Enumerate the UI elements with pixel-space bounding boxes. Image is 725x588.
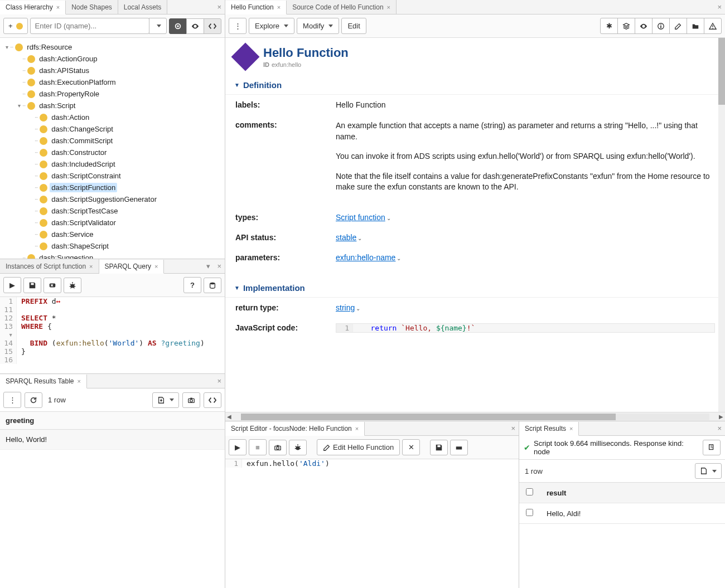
link-api-status[interactable]: stable bbox=[336, 233, 356, 242]
more-button[interactable] bbox=[450, 440, 468, 455]
clear-button[interactable] bbox=[44, 278, 61, 293]
script-editor[interactable]: 1exfun.hello('Aldi') bbox=[225, 459, 519, 588]
info-button[interactable] bbox=[652, 18, 670, 34]
layers-button[interactable] bbox=[617, 18, 635, 34]
tab-sparql-query[interactable]: SPARQL Query× bbox=[99, 260, 165, 274]
tree-node[interactable]: ···dash:ScriptSuggestionGenerator bbox=[2, 193, 223, 205]
horizontal-scrollbar[interactable]: ◀ ▶ bbox=[225, 412, 725, 421]
tree-node[interactable]: ···dash:ExecutionPlatform bbox=[2, 76, 223, 88]
class-tree[interactable]: ▾···rdfs:Resource···dash:ActionGroup···d… bbox=[0, 38, 225, 259]
tree-node[interactable]: ···dash:Service bbox=[2, 229, 223, 240]
tree-node[interactable]: ···dash:ShapeScript bbox=[2, 240, 223, 252]
view-button[interactable] bbox=[186, 18, 204, 34]
view-button[interactable] bbox=[635, 18, 652, 34]
snapshot-button[interactable] bbox=[269, 440, 287, 455]
result-cell[interactable]: Hello, Aldi! bbox=[540, 503, 725, 524]
tree-node[interactable]: ···dash:Action bbox=[2, 111, 223, 123]
close-panel-icon[interactable]: × bbox=[717, 424, 722, 433]
close-icon[interactable]: × bbox=[56, 4, 60, 11]
warning-button[interactable] bbox=[704, 18, 722, 34]
close-panel-icon[interactable]: × bbox=[717, 3, 722, 11]
tree-node[interactable]: ···dash:Suggestion bbox=[2, 252, 223, 259]
tab-sparql-results[interactable]: SPARQL Results Table× bbox=[0, 375, 87, 388]
tab-script-results[interactable]: Script Results× bbox=[519, 422, 579, 436]
section-implementation[interactable]: ▼Implementation bbox=[225, 279, 725, 298]
edit-button[interactable]: Edit bbox=[341, 18, 366, 34]
close-icon[interactable]: × bbox=[569, 425, 573, 432]
link-types[interactable]: Script function bbox=[336, 213, 385, 222]
run-button[interactable]: ▶ bbox=[229, 439, 246, 455]
result-cell[interactable]: Hello, World! bbox=[0, 430, 225, 450]
tree-node[interactable]: ···dash:ChangeScript bbox=[2, 123, 223, 135]
code-button[interactable] bbox=[204, 392, 221, 408]
stop-button[interactable]: ■ bbox=[249, 439, 267, 455]
close-button[interactable]: ✕ bbox=[402, 439, 420, 455]
locate-button[interactable] bbox=[169, 18, 187, 34]
tab-node-shapes[interactable]: Node Shapes bbox=[66, 0, 118, 14]
close-icon[interactable]: × bbox=[355, 425, 359, 432]
save-button[interactable] bbox=[23, 278, 41, 293]
export-button[interactable] bbox=[695, 463, 722, 479]
column-header[interactable]: result bbox=[540, 483, 725, 503]
tree-node[interactable]: ···dash:ActionGroup bbox=[2, 53, 223, 65]
close-panel-icon[interactable]: × bbox=[217, 3, 221, 11]
tree-node[interactable]: ···dash:ScriptTestCase bbox=[2, 205, 223, 217]
export-button[interactable] bbox=[152, 392, 179, 408]
tree-node[interactable]: ▾···dash:Script bbox=[2, 100, 223, 111]
close-icon[interactable]: × bbox=[277, 4, 281, 11]
row-checkbox[interactable] bbox=[526, 509, 533, 516]
help-button[interactable]: ? bbox=[183, 277, 201, 293]
tree-node[interactable]: ▾···rdfs:Resource bbox=[2, 41, 223, 53]
select-all-checkbox[interactable] bbox=[526, 488, 533, 495]
tree-node[interactable]: ···dash:IncludedScript bbox=[2, 158, 223, 170]
folder-button[interactable] bbox=[687, 18, 704, 34]
tree-node[interactable]: ···dash:Constructor bbox=[2, 147, 223, 158]
refresh-button[interactable] bbox=[25, 392, 42, 408]
close-icon[interactable]: × bbox=[89, 263, 93, 270]
scrollbar[interactable] bbox=[718, 38, 725, 412]
tree-node[interactable]: ···dash:CommitScript bbox=[2, 135, 223, 147]
tree-node[interactable]: ···dash:ScriptFunction bbox=[2, 182, 223, 193]
add-button[interactable]: + bbox=[3, 18, 28, 34]
run-button[interactable]: ▶ bbox=[3, 277, 21, 293]
save-button[interactable] bbox=[430, 440, 448, 455]
tree-node[interactable]: ···dash:PropertyRole bbox=[2, 88, 223, 100]
edit-icon-button[interactable] bbox=[669, 18, 687, 34]
menu-button[interactable]: ⋮ bbox=[3, 392, 21, 408]
debug-button[interactable] bbox=[64, 278, 81, 293]
close-panel-icon[interactable]: × bbox=[217, 377, 221, 385]
tab-instances[interactable]: Instances of Script function× bbox=[0, 259, 99, 273]
star-button[interactable]: ✱ bbox=[600, 18, 618, 34]
explore-button[interactable]: Explore bbox=[249, 18, 294, 34]
code-view-button[interactable] bbox=[204, 18, 221, 34]
link-parameters[interactable]: exfun:hello-name bbox=[336, 253, 395, 262]
search-dropdown[interactable] bbox=[149, 18, 167, 34]
debug-button[interactable] bbox=[289, 440, 307, 455]
tab-script-editor[interactable]: Script Editor - focusNode: Hello Functio… bbox=[225, 422, 365, 436]
menu-button[interactable]: ⋮ bbox=[229, 18, 246, 34]
tree-node[interactable]: ···dash:ScriptValidator bbox=[2, 217, 223, 229]
menu-icon[interactable]: ▾ bbox=[206, 262, 210, 270]
value-comments: An example function that accepts a name … bbox=[336, 120, 715, 202]
tree-node[interactable]: ···dash:ScriptConstraint bbox=[2, 170, 223, 182]
search-input[interactable] bbox=[30, 18, 149, 34]
tab-local-assets[interactable]: Local Assets bbox=[118, 0, 167, 14]
tab-hello-function[interactable]: Hello Function× bbox=[225, 1, 287, 14]
close-icon[interactable]: × bbox=[78, 378, 81, 385]
modify-button[interactable]: Modify bbox=[297, 18, 339, 34]
sparql-editor[interactable]: 1PREFIX d↔1112SELECT *13 ▾WHERE {14 BIND… bbox=[0, 297, 225, 373]
close-panel-icon[interactable]: × bbox=[511, 424, 515, 433]
tab-class-hierarchy[interactable]: Class Hierarchy× bbox=[0, 1, 66, 14]
tree-node[interactable]: ···dash:APIStatus bbox=[2, 65, 223, 76]
snapshot-button[interactable] bbox=[182, 392, 200, 408]
link-return-type[interactable]: string bbox=[336, 303, 355, 312]
close-icon[interactable]: × bbox=[154, 263, 158, 270]
edit-function-button[interactable]: Edit Hello Function bbox=[317, 439, 400, 455]
tab-source-code[interactable]: Source Code of Hello Function× bbox=[287, 0, 397, 14]
copy-button[interactable] bbox=[703, 440, 721, 455]
section-definition[interactable]: ▼Definition bbox=[225, 76, 725, 95]
close-panel-icon[interactable]: × bbox=[217, 262, 221, 270]
column-header[interactable]: greeting bbox=[0, 412, 225, 430]
close-icon[interactable]: × bbox=[387, 4, 390, 11]
db-button[interactable] bbox=[204, 278, 221, 293]
